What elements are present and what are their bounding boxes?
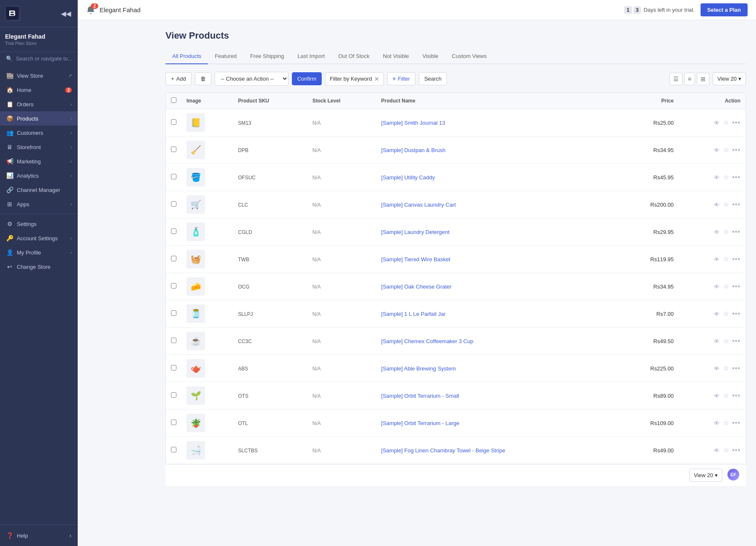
more-options-icon[interactable]: ••• [732, 310, 740, 318]
filter-button[interactable]: ≡ Filter [387, 72, 415, 85]
product-name-link[interactable]: [Sample] 1 L Le Parfait Jar [381, 311, 446, 317]
row-checkbox[interactable] [171, 119, 176, 125]
view-20-select[interactable]: View 20 ▾ [713, 72, 746, 85]
product-name-link[interactable]: [Sample] Dustpan & Brush [381, 147, 446, 153]
confirm-button[interactable]: Confirm [292, 72, 322, 85]
compact-view-icon[interactable]: ≡ [684, 73, 695, 85]
product-name-link[interactable]: [Sample] Utility Caddy [381, 174, 435, 181]
product-name-link[interactable]: [Sample] Able Brewing System [381, 365, 456, 372]
product-name-link[interactable]: [Sample] Smith Journal 13 [381, 120, 445, 126]
search-input[interactable] [16, 55, 72, 62]
product-name-link[interactable]: [Sample] Orbit Terrarium - Small [381, 393, 459, 399]
eye-icon[interactable]: 👁 [714, 201, 720, 208]
more-options-icon[interactable]: ••• [732, 173, 740, 181]
sidebar-item-orders[interactable]: 📋 Orders › [0, 97, 78, 111]
tab-custom-views[interactable]: Custom Views [445, 49, 494, 64]
product-name-link[interactable]: [Sample] Fog Linen Chambray Towel - Beig… [381, 447, 505, 454]
star-icon[interactable]: ☆ [723, 365, 729, 372]
filter-clear-icon[interactable]: ✕ [374, 76, 379, 82]
list-view-icon[interactable]: ☰ [669, 73, 682, 85]
sidebar-item-help[interactable]: ❓ Help ∧ [0, 528, 78, 543]
sidebar-item-storefront[interactable]: 🖥 Storefront › [0, 140, 78, 154]
eye-icon[interactable]: 👁 [714, 447, 720, 454]
collapse-sidebar-button[interactable]: ◀◀ [59, 8, 73, 19]
view-20-bottom[interactable]: View 20 ▾ [689, 469, 722, 482]
row-checkbox[interactable] [171, 420, 176, 425]
row-checkbox[interactable] [171, 201, 176, 207]
star-icon[interactable]: ☆ [723, 392, 729, 399]
sidebar-item-change-store[interactable]: ↩ Change Store [0, 260, 78, 274]
more-options-icon[interactable]: ••• [732, 283, 740, 290]
row-checkbox[interactable] [171, 310, 176, 316]
eye-icon[interactable]: 👁 [714, 310, 720, 318]
tab-out-of-stock[interactable]: Out Of Stock [331, 49, 376, 64]
more-options-icon[interactable]: ••• [732, 119, 740, 126]
more-options-icon[interactable]: ••• [732, 419, 740, 427]
sidebar-item-apps[interactable]: ⊞ Apps › [0, 197, 78, 211]
row-checkbox[interactable] [171, 228, 176, 234]
add-button[interactable]: + Add [165, 72, 192, 85]
star-icon[interactable]: ☆ [723, 283, 729, 290]
more-options-icon[interactable]: ••• [732, 201, 740, 208]
star-icon[interactable]: ☆ [723, 146, 729, 154]
select-plan-button[interactable]: Select a Plan [701, 3, 748, 16]
eye-icon[interactable]: 👁 [714, 256, 720, 263]
product-name-link[interactable]: [Sample] Canvas Laundry Cart [381, 202, 456, 208]
tab-last-import[interactable]: Last Import [291, 49, 331, 64]
sidebar-item-settings[interactable]: ⚙ Settings [0, 217, 78, 231]
eye-icon[interactable]: 👁 [714, 392, 720, 399]
row-checkbox[interactable] [171, 338, 176, 343]
sidebar-item-account-settings[interactable]: 🔑 Account Settings › [0, 231, 78, 245]
eye-icon[interactable]: 👁 [714, 365, 720, 372]
eye-icon[interactable]: 👁 [714, 147, 720, 154]
star-icon[interactable]: ☆ [723, 446, 729, 454]
star-icon[interactable]: ☆ [723, 419, 729, 427]
row-checkbox[interactable] [171, 447, 176, 452]
product-name-link[interactable]: [Sample] Tiered Wire Basket [381, 256, 451, 262]
eye-icon[interactable]: 👁 [714, 283, 720, 290]
star-icon[interactable]: ☆ [723, 201, 729, 208]
star-icon[interactable]: ☆ [723, 337, 729, 345]
eye-icon[interactable]: 👁 [714, 119, 720, 126]
search-button[interactable]: Search [419, 72, 447, 85]
search-nav[interactable]: 🔍 [0, 52, 78, 65]
row-checkbox[interactable] [171, 392, 176, 398]
product-name-link[interactable]: [Sample] Chemex Coffeemaker 3 Cup [381, 338, 473, 344]
sidebar-item-my-profile[interactable]: 👤 My Profile › [0, 245, 78, 260]
row-checkbox[interactable] [171, 283, 176, 289]
more-options-icon[interactable]: ••• [732, 255, 740, 263]
star-icon[interactable]: ☆ [723, 310, 729, 318]
sidebar-item-view-store[interactable]: 🏬 View Store ↗ [0, 68, 78, 83]
action-select[interactable]: -- Choose an Action -- Delete Set as Fea… [215, 72, 289, 86]
sidebar-item-channel-manager[interactable]: 🔗 Channel Manager [0, 183, 78, 197]
eye-icon[interactable]: 👁 [714, 174, 720, 181]
more-options-icon[interactable]: ••• [732, 146, 740, 154]
row-checkbox[interactable] [171, 256, 176, 261]
star-icon[interactable]: ☆ [723, 228, 729, 236]
tab-all-products[interactable]: All Products [165, 49, 208, 64]
star-icon[interactable]: ☆ [723, 119, 729, 126]
more-options-icon[interactable]: ••• [732, 337, 740, 345]
grid-view-icon[interactable]: ⊞ [697, 73, 709, 85]
sidebar-item-products[interactable]: 📦 Products › [0, 111, 78, 126]
row-checkbox[interactable] [171, 147, 176, 152]
tab-visible[interactable]: Visible [416, 49, 445, 64]
eye-icon[interactable]: 👁 [714, 420, 720, 427]
tab-free-shipping[interactable]: Free Shipping [243, 49, 291, 64]
tab-featured[interactable]: Featured [208, 49, 243, 64]
eye-icon[interactable]: 👁 [714, 338, 720, 345]
delete-button[interactable]: 🗑 [195, 72, 211, 85]
sidebar-item-home[interactable]: 🏠 Home 2 [0, 83, 78, 97]
eye-icon[interactable]: 👁 [714, 228, 720, 236]
more-options-icon[interactable]: ••• [732, 446, 740, 454]
more-options-icon[interactable]: ••• [732, 228, 740, 236]
product-name-link[interactable]: [Sample] Orbit Terrarium - Large [381, 420, 459, 426]
sidebar-item-analytics[interactable]: 📊 Analytics › [0, 168, 78, 183]
select-all-checkbox[interactable] [171, 97, 176, 103]
product-name-link[interactable]: [Sample] Laundry Detergent [381, 229, 450, 235]
star-icon[interactable]: ☆ [723, 255, 729, 263]
more-options-icon[interactable]: ••• [732, 392, 740, 399]
row-checkbox[interactable] [171, 174, 176, 179]
star-icon[interactable]: ☆ [723, 173, 729, 181]
product-name-link[interactable]: [Sample] Oak Cheese Grater [381, 284, 452, 290]
